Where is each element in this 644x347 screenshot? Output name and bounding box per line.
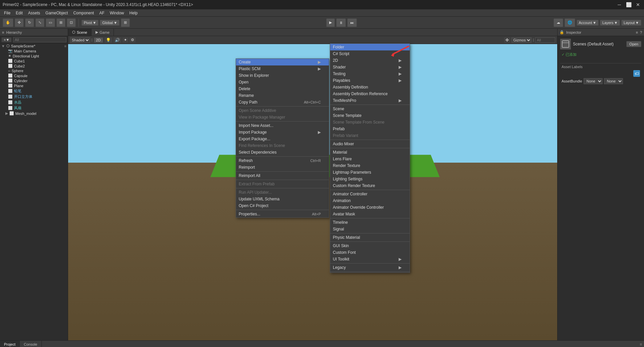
scene-search-input[interactable] (535, 37, 555, 43)
sub-render-texture[interactable]: Render Texture (330, 162, 410, 169)
sub-animation[interactable]: Animation (330, 197, 410, 204)
hierarchy-crystal[interactable]: ⬜ 水晶 (0, 100, 68, 105)
custom-tool-button[interactable]: ⊡ (67, 18, 76, 27)
ctx-import-new-asset[interactable]: Import New Asset... (236, 122, 329, 129)
layers-dropdown[interactable]: Layers ▼ (600, 20, 620, 26)
light-toggle[interactable]: 💡 (104, 37, 112, 43)
sub-custom-font[interactable]: Custom Font (330, 249, 410, 256)
ctx-create[interactable]: Create ▶ (236, 59, 329, 65)
step-button[interactable]: ⏭ (347, 18, 357, 27)
ctx-export-package[interactable]: Export Package... (236, 136, 329, 142)
scale-tool-button[interactable]: ⤡ (35, 18, 44, 27)
hierarchy-search-input[interactable] (13, 37, 66, 42)
shading-mode-select[interactable]: Shaded (70, 37, 90, 43)
sub-scene-template[interactable]: Scene Template (330, 112, 410, 119)
hierarchy-add-button[interactable]: +▼ (1, 37, 12, 42)
menu-af[interactable]: AF (96, 10, 107, 16)
asset-label-icon-button[interactable]: 🏷 (633, 70, 640, 77)
move-tool-button[interactable]: ✜ (15, 18, 24, 27)
hierarchy-plane[interactable]: ⬜ Plane (0, 83, 68, 88)
sub-timeline[interactable]: Timeline (330, 219, 410, 226)
hierarchy-fan[interactable]: ⬜ 风扇 (0, 105, 68, 111)
rect-tool-button[interactable]: ▭ (46, 18, 55, 27)
menu-assets[interactable]: Assets (25, 10, 43, 16)
transform-tool-button[interactable]: ⊞ (56, 18, 65, 27)
asset-bundle-variant-select[interactable]: None (604, 78, 623, 84)
ctx-reimport-all[interactable]: Reimport All (236, 172, 329, 179)
sub-2d[interactable]: 2D ▶ (330, 57, 410, 64)
hierarchy-cube1[interactable]: ⬜ Cube1 (0, 58, 68, 63)
hand-tool-button[interactable]: ✋ (3, 18, 13, 27)
scene-menu-icon[interactable]: ≡ (64, 44, 66, 48)
sub-ui-toolkit[interactable]: UI Toolkit ▶ (330, 256, 410, 263)
sub-lighting-settings[interactable]: Lighting Settings (330, 176, 410, 182)
scene-options[interactable]: ⚙ (130, 37, 136, 42)
cloud-button[interactable]: 🌐 (565, 18, 575, 27)
inspector-help-icon[interactable]: ? (640, 30, 642, 34)
hierarchy-mesh-model[interactable]: ▶ ⬜ Mesh_model (0, 111, 68, 116)
pivot-dropdown[interactable]: Pivot ▼ (81, 20, 98, 26)
ctx-rename[interactable]: Rename (236, 92, 329, 99)
ctx-open[interactable]: Open (236, 79, 329, 85)
ctx-open-csharp[interactable]: Open C# Project (236, 202, 329, 209)
grid-button[interactable]: ⊞ (121, 18, 130, 27)
global-dropdown[interactable]: Global ▼ (100, 20, 120, 26)
hierarchy-main-camera[interactable]: 📷 Main Camera (0, 48, 68, 53)
audio-toggle[interactable]: 🔊 (114, 37, 121, 43)
fx-toggle[interactable]: ✦ (123, 37, 128, 42)
ctx-import-package[interactable]: Import Package ▶ (236, 129, 329, 136)
sub-gui-skin[interactable]: GUI Skin (330, 242, 410, 249)
sub-textmeshpro[interactable]: TextMeshPro ▶ (330, 97, 410, 104)
ctx-update-uxml[interactable]: Update UXML Schema (236, 196, 329, 202)
sub-playables[interactable]: Playables ▶ (330, 77, 410, 84)
tab-scene[interactable]: ⬡ Scene (68, 29, 91, 36)
account-dropdown[interactable]: Account ▼ (577, 20, 599, 26)
hierarchy-capsule[interactable]: ⬜ Capsule (0, 73, 68, 78)
sub-animator-override[interactable]: Animator Override Controller (330, 204, 410, 211)
hierarchy-open-cube[interactable]: ⬜ 开口立方体 (0, 94, 68, 100)
sub-physic-material[interactable]: Physic Material (330, 234, 410, 241)
tab-project[interactable]: Project (0, 341, 20, 347)
maximize-button[interactable]: ⬜ (625, 1, 632, 8)
ctx-select-dependencies[interactable]: Select Dependencies (236, 149, 329, 156)
ctx-properties[interactable]: Properties... Alt+P (236, 211, 329, 217)
sub-custom-render-texture[interactable]: Custom Render Texture (330, 182, 410, 189)
2d-button[interactable]: 2D (94, 37, 103, 43)
menu-component[interactable]: Component (70, 10, 96, 16)
sub-assembly-def-ref[interactable]: Assembly Definition Reference (330, 91, 410, 97)
minimize-button[interactable]: ─ (616, 1, 623, 8)
hierarchy-pencil[interactable]: ⬜ 铅笔 (0, 88, 68, 94)
hierarchy-cube2[interactable]: ⬜ Cube2 (0, 63, 68, 68)
sub-signal[interactable]: Signal (330, 226, 410, 232)
ctx-refresh[interactable]: Refresh Ctrl+R (236, 157, 329, 164)
close-button[interactable]: ✕ (635, 1, 641, 8)
sub-testing[interactable]: Testing ▶ (330, 70, 410, 77)
sub-lens-flare[interactable]: Lens Flare (330, 156, 410, 162)
asset-bundle-select[interactable]: None (584, 78, 603, 84)
menu-file[interactable]: File (1, 10, 13, 16)
bottom-menu-icon[interactable]: ≡ (640, 342, 642, 347)
sub-assembly-def[interactable]: Assembly Definition (330, 84, 410, 91)
sub-material[interactable]: Material (330, 149, 410, 156)
sub-prefab[interactable]: Prefab (330, 126, 410, 132)
open-scene-button[interactable]: Open (626, 41, 641, 47)
ctx-show-explorer[interactable]: Show in Explorer (236, 72, 329, 79)
menu-gameobject[interactable]: GameObject (43, 10, 70, 16)
tab-game[interactable]: ▶ Game (91, 29, 114, 36)
hierarchy-cylinder[interactable]: ⬜ Cylinder (0, 78, 68, 83)
collab-button[interactable]: ☁ (554, 18, 563, 27)
sub-folder[interactable]: Folder (330, 44, 410, 50)
inspector-lock-icon[interactable]: 🔒 (560, 30, 564, 34)
tab-console[interactable]: Console (20, 341, 41, 347)
play-button[interactable]: ▶ (326, 18, 335, 27)
sub-csharp-script[interactable]: C# Script (330, 50, 410, 57)
sub-audio-mixer[interactable]: Audio Mixer (330, 141, 410, 147)
pause-button[interactable]: ⏸ (336, 18, 346, 27)
sub-animator-controller[interactable]: Animator Controller (330, 191, 410, 197)
menu-window[interactable]: Window (107, 10, 127, 16)
hierarchy-dir-light[interactable]: ☀ Directional Light (0, 53, 68, 58)
inspector-menu-icon[interactable]: ≡ (636, 30, 638, 34)
menu-help[interactable]: Help (127, 10, 140, 16)
ctx-reimport[interactable]: Reimport (236, 164, 329, 171)
menu-edit[interactable]: Edit (13, 10, 25, 16)
